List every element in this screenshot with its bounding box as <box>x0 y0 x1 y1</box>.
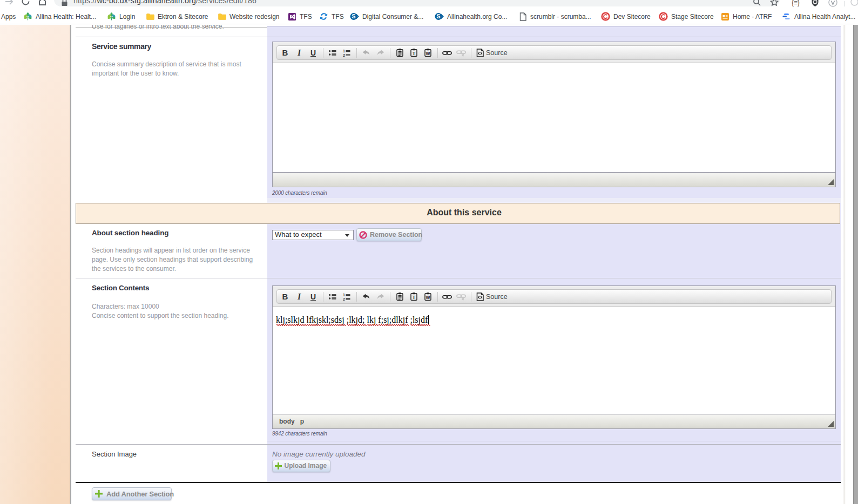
svg-text:S: S <box>352 13 355 19</box>
svg-text:1: 1 <box>343 49 345 52</box>
svg-text:1: 1 <box>343 292 345 296</box>
svg-text:S: S <box>436 13 440 19</box>
svg-text:2: 2 <box>343 53 345 57</box>
svg-text:W: W <box>425 51 430 56</box>
svg-text:T: T <box>412 51 415 56</box>
svg-text:T: T <box>412 295 415 300</box>
svg-text:2: 2 <box>343 297 345 301</box>
svg-text:W: W <box>425 295 430 300</box>
